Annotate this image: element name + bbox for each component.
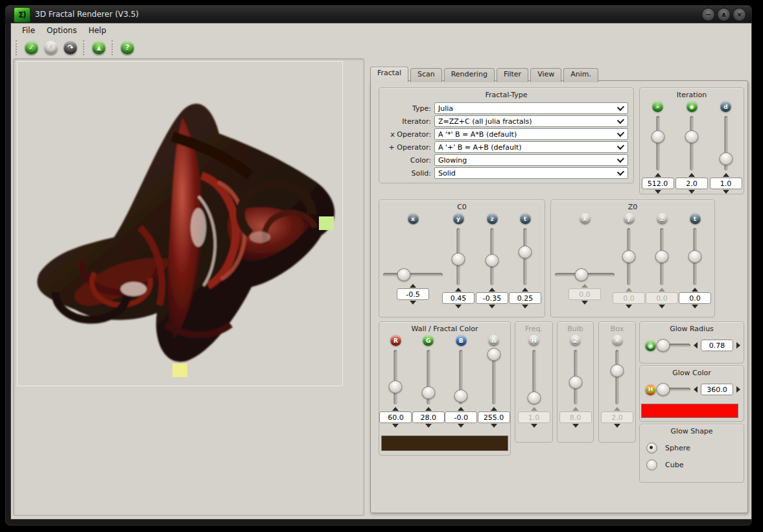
slider-knob[interactable] bbox=[527, 391, 541, 404]
spin-up-arrow[interactable] bbox=[392, 407, 399, 411]
z0-x-slider[interactable] bbox=[555, 268, 615, 281]
spin-up-arrow[interactable] bbox=[655, 173, 661, 177]
slider-knob[interactable] bbox=[569, 376, 582, 389]
spin-down-arrow[interactable] bbox=[688, 190, 695, 194]
slider-knob[interactable] bbox=[688, 250, 702, 263]
slider-knob[interactable] bbox=[389, 380, 403, 393]
iteration-slider-2[interactable] bbox=[685, 116, 698, 170]
upload-icon[interactable]: ▲ bbox=[92, 41, 106, 54]
slider-knob[interactable] bbox=[421, 386, 435, 399]
spin-right-arrow[interactable] bbox=[736, 342, 740, 349]
titlebar[interactable]: Σ) 3D Fractal Renderer (V3.5) − ∧ × bbox=[5, 5, 752, 23]
c0-t-icon[interactable]: t bbox=[520, 213, 531, 224]
tab-anim[interactable]: Anim. bbox=[563, 68, 598, 82]
slider-knob[interactable] bbox=[622, 250, 636, 263]
box-slider[interactable] bbox=[611, 350, 624, 404]
blue-channel-icon[interactable]: B bbox=[456, 335, 467, 346]
tab-rendering[interactable]: Rendering bbox=[444, 68, 495, 82]
spin-down-arrow[interactable] bbox=[455, 305, 462, 308]
spin-down-arrow[interactable] bbox=[410, 301, 416, 305]
spin-up-arrow[interactable] bbox=[522, 288, 528, 292]
color-select[interactable]: Glowing bbox=[434, 154, 628, 166]
spin-down-arrow[interactable] bbox=[522, 305, 528, 308]
iteration-value-3[interactable]: 1.0 bbox=[710, 178, 742, 189]
red-slider[interactable] bbox=[389, 350, 402, 404]
spin-up-arrow[interactable] bbox=[425, 407, 432, 411]
slider-knob[interactable] bbox=[487, 348, 500, 361]
slider-knob[interactable] bbox=[657, 383, 670, 396]
iteration-d-icon[interactable]: d bbox=[720, 101, 731, 112]
spin-down-arrow[interactable] bbox=[392, 424, 399, 428]
spin-up-arrow[interactable] bbox=[489, 288, 495, 292]
x-operator-select[interactable]: A '*' B = A*B (default) bbox=[434, 128, 628, 140]
spin-up-arrow[interactable] bbox=[458, 407, 464, 411]
alpha-value[interactable]: 255.0 bbox=[478, 411, 510, 423]
slider-knob[interactable] bbox=[397, 268, 411, 281]
iteration-value-1[interactable]: 512.0 bbox=[642, 178, 674, 189]
red-value[interactable]: 60.0 bbox=[379, 411, 412, 423]
slider-knob[interactable] bbox=[486, 254, 499, 267]
z0-t-value[interactable]: 0.0 bbox=[679, 292, 711, 304]
fractal-viewport[interactable] bbox=[17, 61, 343, 386]
tab-fractal[interactable]: Fractal bbox=[370, 67, 408, 82]
glow-color-hue-icon[interactable]: H bbox=[645, 384, 656, 395]
spin-up-arrow[interactable] bbox=[723, 173, 729, 177]
spin-down-arrow[interactable] bbox=[491, 424, 497, 428]
slider-knob[interactable] bbox=[719, 152, 733, 165]
spin-up-arrow[interactable] bbox=[455, 288, 462, 292]
spin-down-arrow[interactable] bbox=[723, 190, 729, 194]
spin-up-arrow[interactable] bbox=[692, 288, 698, 292]
c0-y-value[interactable]: 0.45 bbox=[442, 292, 475, 304]
toolbar-separator[interactable] bbox=[16, 40, 19, 55]
spin-up-arrow[interactable] bbox=[491, 407, 497, 411]
glow-color-value[interactable]: 360.0 bbox=[701, 384, 733, 395]
spin-left-arrow[interactable] bbox=[694, 342, 698, 349]
spin-right-arrow[interactable] bbox=[736, 386, 740, 393]
c0-t-value[interactable]: 0.25 bbox=[509, 292, 541, 304]
radio-sphere[interactable] bbox=[646, 443, 657, 454]
menu-file[interactable]: File bbox=[16, 24, 41, 37]
green-value[interactable]: 28.0 bbox=[412, 411, 445, 423]
green-slider[interactable] bbox=[422, 350, 435, 404]
close-button[interactable]: × bbox=[733, 8, 746, 21]
z0-t-icon[interactable]: t bbox=[690, 213, 701, 224]
c0-z-icon[interactable]: z bbox=[487, 213, 498, 224]
c0-z-slider[interactable] bbox=[486, 228, 499, 285]
glow-color-slider[interactable] bbox=[659, 383, 690, 396]
slider-knob[interactable] bbox=[657, 339, 670, 352]
toolbar-separator[interactable] bbox=[83, 40, 86, 55]
iteration-value-2[interactable]: 2.0 bbox=[675, 178, 708, 189]
solid-select[interactable]: Solid bbox=[434, 167, 628, 179]
glow-radius-slider[interactable] bbox=[659, 339, 690, 352]
glow-radius-value[interactable]: 0.78 bbox=[701, 340, 733, 351]
iteration-max-icon[interactable]: » bbox=[652, 101, 663, 112]
slider-knob[interactable] bbox=[575, 268, 589, 281]
slider-knob[interactable] bbox=[454, 389, 468, 402]
tab-view[interactable]: View bbox=[530, 68, 561, 82]
minimize-button[interactable]: − bbox=[701, 8, 715, 21]
c0-x-icon[interactable]: x bbox=[408, 213, 419, 224]
c0-x-value[interactable]: -0.5 bbox=[397, 288, 429, 300]
iteration-slider-1[interactable] bbox=[651, 116, 664, 170]
z0-t-slider[interactable] bbox=[688, 228, 701, 285]
spin-down-arrow[interactable] bbox=[425, 424, 432, 428]
slider-knob[interactable] bbox=[611, 364, 624, 377]
c0-y-slider[interactable] bbox=[452, 228, 465, 285]
redo-icon[interactable]: ↷ bbox=[64, 41, 77, 54]
tab-filter[interactable]: Filter bbox=[497, 68, 528, 82]
red-channel-icon[interactable]: R bbox=[390, 335, 401, 346]
slider-knob[interactable] bbox=[519, 246, 532, 259]
alpha-slider[interactable] bbox=[487, 350, 500, 404]
blue-slider[interactable] bbox=[454, 350, 467, 404]
spin-down-arrow[interactable] bbox=[489, 305, 495, 308]
type-select[interactable]: Julia bbox=[434, 102, 628, 114]
freq-slider[interactable] bbox=[528, 350, 541, 404]
help-icon[interactable]: ? bbox=[121, 41, 134, 54]
spin-up-arrow[interactable] bbox=[688, 173, 695, 177]
glow-radius-icon[interactable]: ◉ bbox=[645, 340, 656, 351]
iterator-select[interactable]: Z=ZZ+C (all julia fractals) bbox=[434, 115, 628, 127]
toolbar-separator[interactable] bbox=[112, 40, 115, 55]
iteration-target-icon[interactable]: ◉ bbox=[687, 101, 698, 112]
c0-x-slider[interactable] bbox=[383, 268, 443, 281]
menu-options[interactable]: Options bbox=[41, 24, 82, 37]
